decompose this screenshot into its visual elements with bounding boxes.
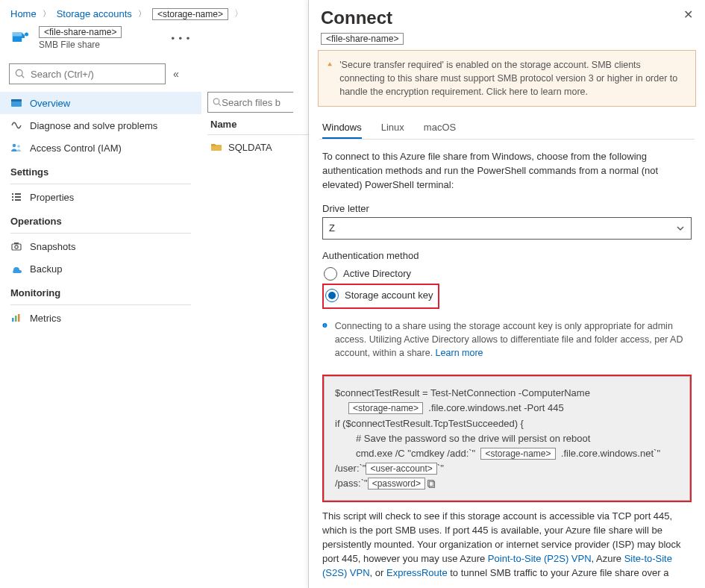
panel-description: To connect to this Azure file share from… (322, 150, 692, 193)
tab-windows[interactable]: Windows (322, 122, 362, 139)
radio-label-ad: Active Directory (343, 268, 411, 279)
sidebar-item-properties[interactable]: Properties (0, 186, 201, 208)
sidebar-section-operations: Operations (0, 208, 201, 231)
svg-rect-22 (330, 65, 330, 66)
sidebar-item-metrics[interactable]: Metrics (0, 307, 201, 329)
svg-point-1 (16, 69, 22, 76)
svg-line-2 (22, 75, 24, 78)
script-description: This script will check to see if this st… (322, 510, 692, 582)
panel-subtitle: <file-share-name> (321, 33, 404, 45)
svg-rect-24 (325, 325, 325, 326)
info-icon (322, 319, 328, 331)
search-files-field[interactable] (222, 97, 289, 108)
auth-method-label: Authentication method (322, 250, 692, 261)
svg-rect-8 (15, 193, 21, 195)
folder-icon (210, 141, 222, 153)
chevron-down-icon (676, 224, 685, 233)
link-expressroute[interactable]: ExpressRoute (386, 567, 448, 578)
close-icon[interactable]: ✕ (683, 7, 693, 22)
svg-rect-21 (330, 63, 330, 65)
backup-icon (10, 263, 22, 275)
svg-rect-4 (11, 99, 22, 101)
info-text: Connecting to a share using the storage … (335, 321, 683, 358)
tab-macos[interactable]: macOS (424, 122, 456, 139)
search-icon (14, 69, 26, 79)
svg-point-5 (13, 144, 16, 147)
sidebar-item-iam[interactable]: Access Control (IAM) (0, 137, 201, 159)
panel-title: Connect (321, 7, 392, 28)
file-share-icon (7, 25, 34, 51)
sidebar-item-diagnose[interactable]: Diagnose and solve problems (0, 114, 201, 137)
info-note: Connecting to a share using the storage … (322, 319, 692, 360)
sidebar-section-monitoring: Monitoring (0, 280, 201, 303)
sidebar-section-settings: Settings (0, 159, 201, 182)
os-tabs: Windows Linux macOS (309, 107, 705, 139)
svg-rect-18 (18, 314, 20, 322)
resource-subtitle: SMB File share (39, 40, 122, 50)
warning-banner[interactable]: 'Secure transfer required' is enabled on… (318, 50, 696, 107)
radio-active-directory[interactable]: Active Directory (322, 264, 692, 284)
svg-point-14 (15, 245, 18, 248)
copy-icon[interactable] (427, 479, 436, 489)
svg-rect-12 (15, 199, 21, 201)
svg-rect-10 (15, 196, 21, 198)
drive-letter-label: Drive letter (322, 203, 692, 214)
warning-icon (328, 58, 332, 70)
chevron-right-icon: 〉 (231, 7, 243, 20)
drive-letter-value: Z (329, 222, 335, 234)
radio-storage-account-key[interactable]: Storage account key (324, 286, 435, 305)
sidebar-label-iam: Access Control (IAM) (30, 143, 122, 154)
svg-rect-7 (12, 193, 13, 195)
diagnose-icon (10, 119, 22, 131)
metrics-icon (10, 312, 22, 324)
chevron-right-icon: 〉 (135, 8, 149, 19)
overview-icon (10, 97, 22, 109)
sidebar-label-overview: Overview (30, 98, 70, 109)
collapse-icon[interactable]: « (173, 68, 179, 80)
link-p2s-vpn[interactable]: Point-to-Site (P2S) VPN (488, 553, 592, 564)
more-menu-icon[interactable]: • • • (171, 33, 190, 44)
drive-letter-dropdown[interactable]: Z (322, 217, 692, 240)
search-files-input[interactable] (207, 92, 293, 113)
sidebar-label-snapshots: Snapshots (30, 241, 75, 252)
breadcrumb-storage-name[interactable]: <storage-name> (152, 8, 228, 20)
warning-text: 'Secure transfer required' is enabled on… (339, 58, 686, 98)
svg-rect-11 (12, 199, 13, 201)
sidebar-label-properties: Properties (30, 192, 74, 203)
script-box: $connectTestResult = Test-NetConnection … (322, 375, 692, 502)
sidebar-label-metrics: Metrics (30, 313, 61, 324)
radio-label-key: Storage account key (345, 290, 433, 301)
sidebar: Overview Diagnose and solve problems Acc… (0, 92, 201, 329)
snapshots-icon (10, 240, 22, 252)
sidebar-item-overview[interactable]: Overview (0, 92, 201, 114)
svg-rect-17 (15, 316, 17, 322)
svg-rect-9 (12, 196, 13, 198)
search-icon (213, 97, 222, 107)
svg-point-19 (213, 98, 219, 104)
svg-line-20 (219, 104, 221, 106)
svg-rect-15 (14, 243, 19, 244)
sidebar-item-snapshots[interactable]: Snapshots (0, 235, 201, 257)
breadcrumb-storage-accounts[interactable]: Storage accounts (57, 8, 132, 19)
svg-point-0 (25, 33, 28, 37)
search-input[interactable] (9, 63, 166, 84)
script-content[interactable]: $connectTestResult = Test-NetConnection … (324, 376, 690, 501)
tab-linux[interactable]: Linux (381, 122, 404, 139)
properties-icon (10, 191, 22, 203)
sidebar-label-diagnose: Diagnose and solve problems (30, 120, 157, 131)
learn-more-link[interactable]: Learn more (436, 348, 483, 358)
resource-title: <file-share-name> (39, 26, 122, 38)
svg-point-6 (17, 145, 20, 148)
iam-icon (10, 142, 22, 154)
breadcrumb-home[interactable]: Home (10, 8, 37, 19)
connect-panel: Connect ✕ <file-share-name> 'Secure tran… (308, 0, 705, 588)
svg-rect-25 (325, 324, 325, 325)
chevron-right-icon: 〉 (40, 8, 54, 19)
sidebar-label-backup: Backup (30, 263, 62, 275)
search-field[interactable] (26, 69, 160, 80)
list-item-label: SQLDATA (228, 142, 272, 153)
svg-rect-16 (12, 318, 14, 322)
sidebar-item-backup[interactable]: Backup (0, 257, 201, 280)
